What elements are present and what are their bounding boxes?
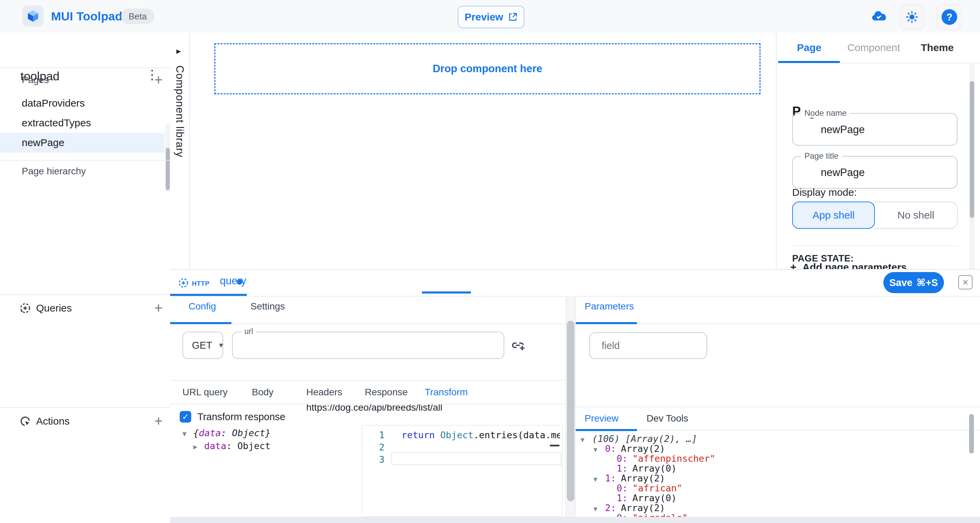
current-line-highlight [391,452,562,465]
collapse-arrow-icon[interactable]: ▼ [593,504,605,514]
sidebar-item-dataproviders[interactable]: dataProviders [0,93,165,113]
tab-config[interactable]: Config [189,301,216,312]
subtab-body[interactable]: Body [252,381,274,404]
tab-dev-tools[interactable]: Dev Tools [646,407,688,430]
result-value: Array(2) [621,443,665,454]
expand-library-icon[interactable]: ► [175,47,182,56]
code-line-1[interactable]: return Object.entries(data.messag [401,430,560,440]
tab-page-label: Page [797,42,821,53]
tab-settings[interactable]: Settings [250,301,285,312]
add-link-icon[interactable] [511,338,525,353]
subtab-headers[interactable]: Headers [306,381,342,404]
result-key: 1: [605,473,616,483]
pages-section-header: Pages + [0,70,170,90]
inspector-scrollbar-thumb[interactable] [970,81,974,218]
close-query-button[interactable]: × [958,275,972,289]
tree-brace: { [193,428,199,438]
result-row[interactable]: ▼0:Array(2) [576,444,969,454]
tab-parameters[interactable]: Parameters [585,301,634,312]
transform-response-checkbox[interactable]: ✓ [180,411,191,423]
preview-button[interactable]: Preview [458,6,524,28]
page-item-label: newPage [22,137,64,148]
sidebar-item-extractedtypes[interactable]: extractedTypes [0,113,165,133]
tab-config-label: Config [189,301,216,311]
subtab-label: Headers [306,387,342,398]
preview-scrollbar-thumb[interactable] [969,414,974,454]
subtab-url-query[interactable]: URL query [182,381,228,404]
result-key: 0: [617,453,628,464]
divider [0,160,170,161]
config-scrollbar-thumb[interactable] [567,321,574,501]
result-row[interactable]: ▼(106) [Array(2), …] [576,434,969,444]
method-value: GET [192,340,212,351]
component-library-label: Component library [173,65,186,157]
save-button[interactable]: Save ⌘+S [883,272,944,293]
transform-response-label: Transform response [197,411,285,423]
url-field-label: url [242,327,256,336]
preview-tabbar: Preview Dev Tools Run ▶ [576,407,980,431]
tab-page[interactable]: Page [797,33,821,63]
page-hierarchy-label: Page hierarchy [22,166,86,177]
url-field[interactable] [232,332,504,359]
tab-theme[interactable]: Theme [921,33,954,63]
collapse-arrow-icon[interactable]: ▼ [182,428,193,440]
query-tab[interactable]: query [220,275,247,287]
result-row[interactable]: 0:"airedale" [576,513,969,517]
queries-section-label: Queries [36,302,72,314]
sidebar-item-newpage[interactable]: newPage [0,133,165,153]
tree-key: data [204,441,226,451]
close-icon: × [962,276,969,288]
expand-arrow-icon[interactable]: ▶ [193,441,204,453]
app-header: MUI Toolpad Beta Preview ? [0,0,980,33]
collapse-arrow-icon[interactable]: ▼ [581,435,592,445]
theme-toggle-button[interactable] [899,4,925,30]
tab-dev-tools-label: Dev Tools [646,413,688,424]
transform-input-tree: ▼{data: Object} ▶data: Object [182,427,271,453]
tree-child-row[interactable]: ▶data: Object [182,440,271,453]
beta-badge: Beta [121,8,154,24]
add-action-button[interactable]: + [154,414,163,428]
collapse-arrow-icon[interactable]: ▼ [593,445,605,454]
overview-ruler-mark [550,445,559,446]
preview-button-label: Preview [465,11,503,23]
add-icon: + [790,261,797,269]
parameter-field[interactable] [589,332,707,359]
result-row[interactable]: 1:Array(0) [576,493,969,503]
method-select[interactable]: GET ▼ [182,332,223,359]
result-row[interactable]: 0:"affenpinscher" [576,454,969,463]
result-row[interactable]: 0:"african" [576,483,969,493]
subtab-response[interactable]: Response [365,381,408,404]
parameter-input[interactable] [601,340,698,352]
collapse-arrow-icon[interactable]: ▼ [593,474,605,484]
node-name-input[interactable] [820,123,964,136]
page-title-field[interactable] [792,156,958,189]
horizontal-scrollbar[interactable] [170,517,980,523]
result-row[interactable]: 1:Array(0) [576,463,969,473]
subtab-transform[interactable]: Transform [425,381,468,404]
drop-zone[interactable]: Drop component here [215,43,760,94]
help-button[interactable]: ? [937,4,962,30]
result-row[interactable]: ▼1:Array(2) [576,473,969,483]
result-value: Array(0) [633,493,677,503]
explorer-sidebar: toolpad ⋮ Pages + dataProviders extracte… [0,33,171,523]
subtab-label: Response [365,387,408,398]
tree-root-row[interactable]: ▼{data: Object} [182,427,271,440]
tab-component[interactable]: Component [847,33,900,63]
app-shell-label: App shell [813,209,854,221]
node-name-field[interactable] [792,113,958,146]
app-shell-option[interactable]: App shell [792,202,875,229]
add-page-button[interactable]: + [154,73,163,87]
tab-preview[interactable]: Preview [585,407,619,430]
no-shell-option[interactable]: No shell [875,202,958,229]
component-library-panel[interactable]: ► Component library [170,33,190,269]
page-title-input[interactable] [820,166,964,179]
tab-settings-label: Settings [250,301,285,311]
tab-component-label: Component [847,42,900,53]
transform-code-editor[interactable]: 1 2 3 return Object.entries(data.messag [361,425,563,517]
display-mode-label: Display mode: [792,187,857,198]
actions-section-label: Actions [36,415,69,427]
add-page-parameters-button[interactable]: Add page parameters [802,262,907,269]
add-query-button[interactable]: + [154,301,163,315]
divider [792,245,958,246]
result-row[interactable]: ▼2:Array(2) [576,503,969,513]
